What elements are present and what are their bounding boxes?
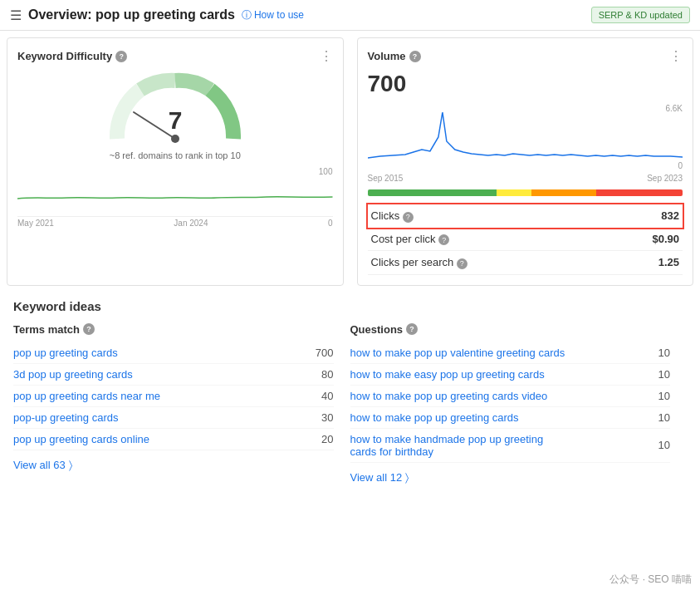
help-circle-icon: ⓘ	[242, 8, 252, 22]
chart-axis-max: 6.6K	[665, 104, 683, 113]
how-to-use-link[interactable]: ⓘ How to use	[242, 8, 304, 22]
metric-label-0: Clicks ?	[368, 204, 605, 228]
terms-match-volume: 700	[316, 347, 334, 359]
bar-orange	[531, 189, 596, 196]
metric-value-1: $0.90	[605, 228, 683, 251]
volume-help-icon[interactable]: ?	[409, 51, 421, 62]
questions-row: how to make pop up valentine greeting ca…	[350, 342, 671, 364]
questions-view-all[interactable]: View all 12 〉	[350, 471, 671, 484]
header-left: ☰ Overview: pop up greeting cards ⓘ How …	[10, 7, 304, 23]
volume-card-header: Volume ? ⋮	[368, 48, 683, 64]
gauge-wrap: 7 Easy	[109, 72, 242, 147]
questions-list: how to make pop up valentine greeting ca…	[350, 342, 671, 463]
metric-help-icon-0[interactable]: ?	[403, 212, 414, 223]
terms-match-link[interactable]: pop-up greeting cards	[13, 411, 118, 424]
keyword-ideas-title: Keyword ideas	[13, 299, 687, 313]
questions-link[interactable]: how to make pop up greeting cards video	[350, 390, 548, 402]
kd-axis-start: May 2021	[17, 219, 54, 228]
questions-header: Questions ?	[350, 323, 671, 336]
terms-match-link[interactable]: pop up greeting cards	[13, 347, 118, 359]
keyword-ideas-section: Keyword ideas Terms match ? pop up greet…	[0, 293, 700, 491]
questions-volume: 10	[658, 439, 670, 451]
metric-label-2: Clicks per search ?	[368, 251, 605, 275]
svg-text:7: 7	[168, 106, 182, 134]
terms-match-row: pop up greeting cards online20	[13, 429, 334, 450]
questions-row: how to make handmade pop up greeting car…	[350, 429, 671, 463]
metric-row-2: Clicks per search ? 1.25	[368, 251, 683, 275]
questions-link[interactable]: how to make pop up valentine greeting ca…	[350, 347, 565, 359]
metric-value-2: 1.25	[605, 251, 683, 275]
questions-help-icon[interactable]: ?	[406, 323, 418, 335]
chart-labels: Sep 2015 Sep 2023	[368, 174, 683, 183]
questions-link[interactable]: how to make handmade pop up greeting car…	[350, 433, 566, 458]
volume-chart-area: 6.6K 0	[368, 104, 683, 170]
terms-match-volume: 40	[321, 390, 333, 402]
questions-volume: 10	[658, 411, 670, 424]
color-bars	[368, 189, 683, 196]
keyword-cols: Terms match ? pop up greeting cards7003d…	[13, 323, 687, 484]
terms-match-row: pop up greeting cards700	[13, 342, 334, 364]
svg-point-1	[171, 135, 179, 143]
kd-card: Keyword Difficulty ? ⋮ 7	[7, 37, 344, 286]
chevron-right-icon-2: 〉	[405, 471, 409, 484]
metrics-table: Clicks ? 832 Cost per click ? $0.90 Clic…	[368, 204, 683, 275]
terms-match-link[interactable]: 3d pop up greeting cards	[13, 368, 133, 381]
volume-card: Volume ? ⋮ 700 6.6K 0 Sep 2015 Sep 2023	[357, 37, 694, 286]
terms-match-row: pop-up greeting cards30	[13, 407, 334, 429]
chart-start-label: Sep 2015	[368, 174, 404, 183]
terms-match-link[interactable]: pop up greeting cards online	[13, 433, 149, 445]
bar-red	[596, 189, 683, 196]
terms-match-volume: 20	[321, 433, 333, 445]
metric-row-0: Clicks ? 832	[368, 204, 683, 228]
kd-sub: ~8 ref. domains to rank in top 10	[110, 150, 241, 160]
bar-yellow	[497, 189, 531, 196]
volume-card-title: Volume ?	[368, 50, 421, 62]
volume-chart-svg	[368, 104, 683, 166]
chevron-right-icon: 〉	[69, 459, 72, 472]
volume-more-icon[interactable]: ⋮	[669, 48, 683, 64]
kd-card-title: Keyword Difficulty ?	[17, 50, 127, 62]
kd-card-header: Keyword Difficulty ? ⋮	[17, 48, 333, 64]
kd-axis-labels: May 2021 Jan 2024 0	[17, 219, 333, 228]
volume-number: 700	[368, 71, 683, 97]
main-grid: Keyword Difficulty ? ⋮ 7	[0, 31, 700, 293]
header: ☰ Overview: pop up greeting cards ⓘ How …	[0, 0, 700, 31]
page-title: Overview: pop up greeting cards	[28, 7, 235, 22]
kd-axis-max: 100	[319, 167, 333, 176]
terms-match-link[interactable]: pop up greeting cards near me	[13, 390, 160, 402]
serp-badge: SERP & KD updated	[591, 7, 690, 23]
hamburger-icon[interactable]: ☰	[10, 7, 22, 23]
kd-more-icon[interactable]: ⋮	[320, 48, 333, 64]
bar-green	[368, 189, 497, 196]
terms-match-row: 3d pop up greeting cards80	[13, 364, 334, 386]
metric-help-icon-1[interactable]: ?	[438, 234, 449, 245]
terms-match-help-icon[interactable]: ?	[83, 323, 95, 335]
chart-end-label: Sep 2023	[647, 174, 683, 183]
kd-trend-svg	[17, 167, 333, 213]
metric-row-1: Cost per click ? $0.90	[368, 228, 683, 251]
gauge-svg: 7	[109, 72, 242, 147]
questions-row: how to make easy pop up greeting cards10	[350, 364, 671, 386]
kd-help-icon[interactable]: ?	[115, 51, 127, 62]
questions-volume: 10	[658, 368, 670, 381]
terms-match-list: pop up greeting cards7003d pop up greeti…	[13, 342, 334, 450]
terms-match-row: pop up greeting cards near me40	[13, 386, 334, 407]
kd-axis-end: Jan 2024	[174, 219, 208, 228]
questions-link[interactable]: how to make easy pop up greeting cards	[350, 368, 545, 381]
questions-link[interactable]: how to make pop up greeting cards	[350, 411, 519, 424]
kd-trend: 100	[17, 167, 333, 217]
metric-help-icon-2[interactable]: ?	[457, 258, 467, 269]
metric-value-0: 832	[605, 204, 683, 228]
terms-match-header: Terms match ?	[13, 323, 334, 336]
chart-axis-bottom-right: 0	[678, 161, 683, 170]
terms-match-volume: 30	[321, 411, 333, 424]
questions-row: how to make pop up greeting cards video1…	[350, 386, 671, 407]
terms-match-volume: 80	[321, 368, 333, 381]
terms-match-view-all[interactable]: View all 63 〉	[13, 459, 334, 472]
metric-label-1: Cost per click ?	[368, 228, 605, 251]
questions-volume: 10	[658, 347, 670, 359]
gauge-container: 7 Easy ~8 ref. domains to rank in top 10	[17, 72, 333, 160]
questions-col: Questions ? how to make pop up valentine…	[350, 323, 688, 484]
questions-volume: 10	[658, 390, 670, 402]
terms-match-col: Terms match ? pop up greeting cards7003d…	[13, 323, 350, 484]
